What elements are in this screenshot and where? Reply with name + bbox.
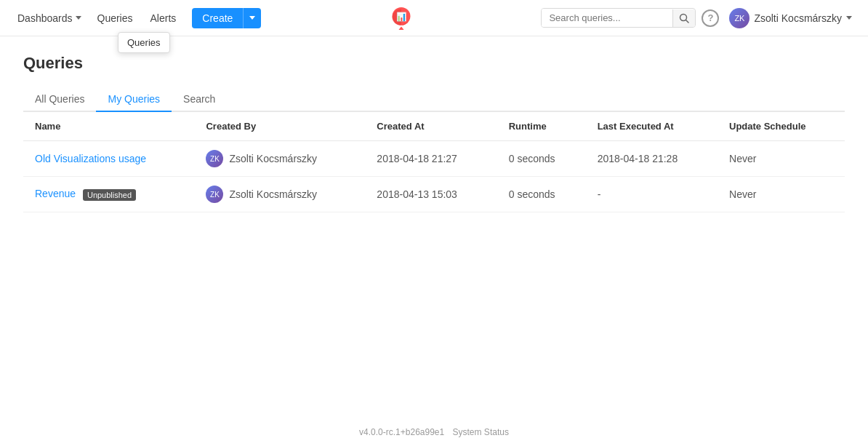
col-created-at: Created At	[365, 112, 497, 141]
queries-table-container: Name Created By Created At Runtime Last …	[23, 112, 845, 212]
create-chevron-icon	[249, 16, 255, 20]
svg-text:📊: 📊	[396, 11, 407, 21]
created-by-cell-2: ZK Zsolti Kocsmárszky	[194, 177, 365, 212]
page-content: Queries All Queries My Queries Search Na…	[0, 36, 868, 230]
create-dropdown-arrow[interactable]	[244, 12, 261, 24]
user-cell-2: ZK Zsolti Kocsmárszky	[206, 186, 353, 203]
app-logo: 📊	[390, 7, 413, 30]
query-link-2[interactable]: Revenue	[35, 188, 76, 199]
col-last-executed: Last Executed At	[586, 112, 718, 141]
navbar-right: ? ZK Zsolti Kocsmárszky	[541, 5, 856, 31]
tab-all-queries[interactable]: All Queries	[23, 87, 96, 112]
runtime-cell-2: 0 seconds	[497, 177, 586, 212]
create-button[interactable]: Create	[192, 8, 261, 28]
navbar-left: Dashboards Queries Alerts Create	[12, 8, 261, 28]
navbar-center: 📊	[261, 7, 541, 30]
update-schedule-cell-1: Never	[718, 141, 845, 177]
queries-nav[interactable]: Queries	[90, 8, 140, 28]
created-at-cell-1: 2018-04-18 21:27	[365, 141, 497, 177]
queries-tooltip: Queries	[118, 32, 170, 53]
dashboards-label: Dashboards	[17, 12, 73, 24]
create-main-label: Create	[192, 8, 244, 28]
query-link-1[interactable]: Old Visualizations usage	[35, 153, 146, 164]
created-at-cell-2: 2018-04-13 15:03	[365, 177, 497, 212]
user-menu-chevron-icon	[846, 16, 852, 20]
runtime-cell-1: 0 seconds	[497, 141, 586, 177]
queries-table: Name Created By Created At Runtime Last …	[23, 112, 845, 212]
last-executed-cell-1: 2018-04-18 21:28	[586, 141, 718, 177]
update-schedule-cell-2: Never	[718, 177, 845, 212]
user-name-label: Zsolti Kocsmárszky	[754, 12, 842, 24]
alerts-nav[interactable]: Alerts	[143, 8, 184, 28]
user-cell-1: ZK Zsolti Kocsmárszky	[206, 150, 353, 167]
user-cell-avatar-1: ZK	[206, 150, 223, 167]
page-title: Queries	[23, 54, 845, 73]
query-name-cell: Old Visualizations usage	[23, 141, 194, 177]
col-created-by: Created By	[194, 112, 365, 141]
last-executed-cell-2: -	[586, 177, 718, 212]
tabs: All Queries My Queries Search	[23, 87, 845, 112]
svg-line-3	[686, 20, 689, 23]
table-row: Revenue Unpublished ZK Zsolti Kocsmárszk…	[23, 177, 845, 212]
table-body: Old Visualizations usage ZK Zsolti Kocsm…	[23, 141, 845, 212]
help-button[interactable]: ?	[702, 9, 719, 27]
col-update-schedule: Update Schedule	[718, 112, 845, 141]
search-button[interactable]	[672, 9, 695, 27]
table-header: Name Created By Created At Runtime Last …	[23, 112, 845, 141]
query-name-cell-2: Revenue Unpublished	[23, 177, 194, 212]
tab-search[interactable]: Search	[172, 87, 227, 112]
search-input[interactable]	[542, 9, 672, 27]
dashboards-nav[interactable]: Dashboards	[12, 8, 87, 28]
navbar: Dashboards Queries Alerts Create Queries…	[0, 0, 868, 36]
tab-my-queries[interactable]: My Queries	[96, 87, 172, 112]
avatar: ZK	[729, 8, 750, 28]
unpublished-badge: Unpublished	[83, 189, 136, 201]
table-row: Old Visualizations usage ZK Zsolti Kocsm…	[23, 141, 845, 177]
dashboards-chevron-icon	[76, 16, 81, 20]
user-cell-avatar-2: ZK	[206, 186, 223, 203]
user-menu[interactable]: ZK Zsolti Kocsmárszky	[725, 5, 856, 31]
search-container	[541, 8, 696, 28]
col-runtime: Runtime	[497, 112, 586, 141]
col-name: Name	[23, 112, 194, 141]
search-icon	[679, 13, 689, 23]
created-by-cell-1: ZK Zsolti Kocsmárszky	[194, 141, 365, 177]
